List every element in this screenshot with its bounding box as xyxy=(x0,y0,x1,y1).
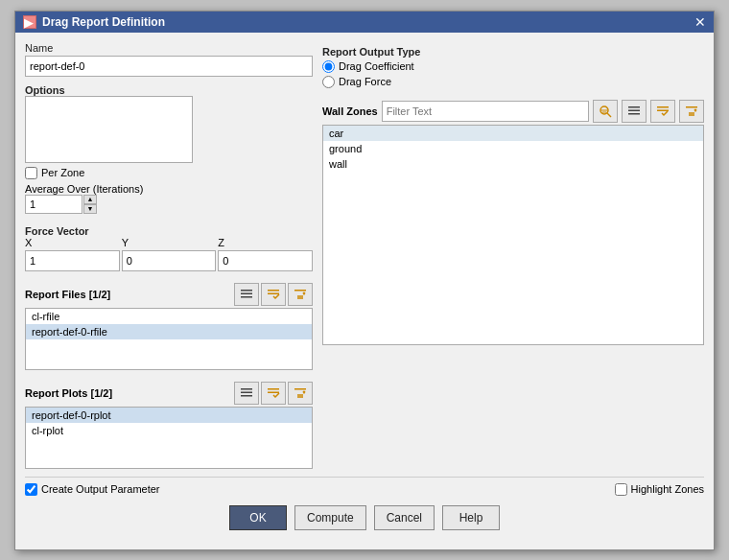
report-files-title: Report Files [1/2] xyxy=(25,289,110,300)
wall-zones-header: Wall Zones xyxy=(322,100,704,123)
left-panel: Name Options Per Zone Average Over (Iter… xyxy=(25,42,313,469)
report-files-list: cl-rfile report-def-0-rfile xyxy=(25,308,313,370)
drag-coefficient-row: Drag Coefficient xyxy=(322,60,704,73)
list-item[interactable]: cl-rfile xyxy=(26,309,312,324)
force-z-input[interactable] xyxy=(218,250,313,271)
svg-rect-4 xyxy=(268,292,279,294)
report-plots-list: report-def-0-rplot cl-rplot xyxy=(25,407,313,469)
ok-button[interactable]: OK xyxy=(229,505,287,530)
report-files-clear-btn[interactable] xyxy=(288,283,313,306)
svg-rect-10 xyxy=(268,391,279,393)
drag-coefficient-radio[interactable] xyxy=(322,60,335,73)
per-zone-row: Per Zone xyxy=(25,167,313,179)
force-y-input[interactable] xyxy=(122,250,217,271)
wall-zones-check-btn[interactable] xyxy=(650,100,675,123)
list-item[interactable]: report-def-0-rfile xyxy=(26,324,312,339)
wall-zones-clear-btn[interactable] xyxy=(679,100,704,123)
svg-rect-18 xyxy=(628,113,640,115)
per-zone-label: Per Zone xyxy=(41,167,84,178)
report-output-type-label: Report Output Type xyxy=(322,46,704,58)
report-files-list-btn[interactable] xyxy=(234,283,259,306)
svg-rect-2 xyxy=(241,296,252,298)
svg-rect-11 xyxy=(294,388,306,390)
report-plots-header: Report Plots [1/2] xyxy=(25,382,313,405)
spinner-up[interactable]: ▲ xyxy=(83,195,97,204)
spinner-down[interactable]: ▼ xyxy=(83,204,97,214)
report-plots-section: Report Plots [1/2] xyxy=(25,382,313,469)
report-files-section: Report Files [1/2] xyxy=(25,283,313,370)
report-output-type-section: Report Output Type Drag Coefficient Drag… xyxy=(322,44,704,88)
cancel-button[interactable]: Cancel xyxy=(374,505,435,530)
force-x-label: X xyxy=(25,237,120,248)
svg-rect-5 xyxy=(294,290,306,292)
footer-buttons: OK Compute Cancel Help xyxy=(25,505,704,540)
create-output-row: Create Output Parameter xyxy=(25,483,160,496)
avg-label: Average Over (Iterations) xyxy=(25,183,143,195)
dialog-title: Drag Report Definition xyxy=(42,15,165,29)
force-z-label: Z xyxy=(218,237,313,248)
svg-rect-7 xyxy=(241,391,252,393)
svg-rect-19 xyxy=(657,106,669,108)
wall-zone-item-car[interactable]: car xyxy=(323,126,703,141)
options-label: Options xyxy=(25,84,313,96)
report-plots-buttons xyxy=(234,382,313,405)
right-panel: Report Output Type Drag Coefficient Drag… xyxy=(322,42,704,469)
svg-rect-1 xyxy=(241,292,252,294)
options-section: Options Per Zone Average Over (Iteration… xyxy=(25,82,313,214)
report-plots-check-btn[interactable] xyxy=(261,382,286,405)
svg-rect-9 xyxy=(268,388,279,390)
dialog-icon: ▶ xyxy=(23,15,36,29)
force-x-input[interactable] xyxy=(25,250,120,271)
force-vector-label: Force Vector xyxy=(25,225,313,237)
per-zone-checkbox[interactable] xyxy=(25,167,37,179)
list-item[interactable]: report-def-0-rplot xyxy=(26,408,312,423)
svg-rect-21 xyxy=(686,106,697,108)
wall-zone-item-ground[interactable]: ground xyxy=(323,141,703,156)
report-files-check-btn[interactable] xyxy=(261,283,286,306)
svg-rect-6 xyxy=(241,388,252,390)
highlight-zones-row: Highlight Zones xyxy=(615,483,704,496)
title-bar: ▶ Drag Report Definition ✕ xyxy=(15,12,714,33)
svg-rect-8 xyxy=(241,395,252,397)
spinner-arrows: ▲ ▼ xyxy=(83,195,97,214)
report-plots-title: Report Plots [1/2] xyxy=(25,387,112,399)
avg-row: Average Over (Iterations) xyxy=(25,183,313,195)
drag-force-radio[interactable] xyxy=(322,76,335,88)
wall-zone-item-wall[interactable]: wall xyxy=(323,156,703,172)
svg-rect-16 xyxy=(628,106,640,108)
force-grid: X Y Z xyxy=(25,237,313,271)
name-label: Name xyxy=(25,42,313,54)
avg-input[interactable] xyxy=(25,195,82,214)
highlight-zones-checkbox[interactable] xyxy=(615,483,627,496)
report-plots-clear-btn[interactable] xyxy=(288,382,313,405)
name-section: Name xyxy=(25,42,313,77)
svg-line-13 xyxy=(607,113,611,117)
close-button[interactable]: ✕ xyxy=(694,15,706,29)
drag-report-dialog: ▶ Drag Report Definition ✕ Name Options xyxy=(14,11,715,550)
drag-force-row: Drag Force xyxy=(322,76,704,88)
svg-rect-0 xyxy=(241,290,252,292)
name-input[interactable] xyxy=(25,56,313,77)
force-y-label: Y xyxy=(122,237,217,248)
report-files-buttons xyxy=(234,283,313,306)
bottom-section: Create Output Parameter Highlight Zones xyxy=(25,477,704,496)
report-files-header: Report Files [1/2] xyxy=(25,283,313,306)
wall-zones-section: Wall Zones xyxy=(322,100,704,345)
wall-zones-list: car ground wall xyxy=(322,125,704,345)
compute-button[interactable]: Compute xyxy=(294,505,366,530)
drag-force-label: Drag Force xyxy=(339,76,391,87)
svg-rect-17 xyxy=(628,109,640,111)
svg-rect-3 xyxy=(268,290,279,292)
highlight-zones-label: Highlight Zones xyxy=(631,483,704,495)
create-output-label: Create Output Parameter xyxy=(41,483,160,495)
wall-zones-list-btn[interactable] xyxy=(622,100,647,123)
wall-zones-filter-btn[interactable] xyxy=(593,100,618,123)
report-plots-list-btn[interactable] xyxy=(234,382,259,405)
help-button[interactable]: Help xyxy=(442,505,500,530)
drag-coefficient-label: Drag Coefficient xyxy=(339,60,414,72)
wall-zones-label: Wall Zones xyxy=(322,105,378,117)
list-item[interactable]: cl-rplot xyxy=(26,423,312,438)
wall-zones-filter[interactable] xyxy=(382,101,589,122)
avg-spinner: ▲ ▼ xyxy=(25,195,313,214)
create-output-checkbox[interactable] xyxy=(25,483,37,496)
